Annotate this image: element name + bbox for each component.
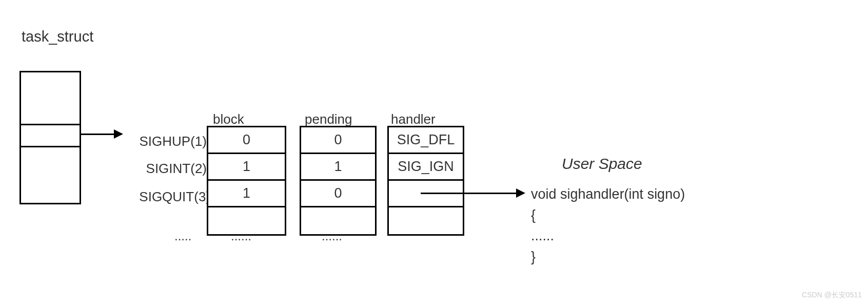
task-struct-cell-top [21, 72, 80, 125]
pending-header: pending [305, 111, 352, 127]
pending-ellipsis: ...... [322, 229, 342, 243]
pending-table: 0 1 0 [300, 126, 377, 236]
handler-arrow-head [516, 188, 525, 198]
task-struct-cell-bottom [21, 146, 80, 203]
userspace-code: void sighandler(int signo) { ...... } [531, 184, 685, 267]
task-struct-cell-mid [21, 125, 80, 146]
block-ellipsis: ...... [231, 229, 251, 243]
handler-cell-1: SIG_DFL [389, 127, 463, 154]
handler-arrow-line [421, 193, 517, 194]
code-line-2: { [531, 207, 536, 223]
pointer-arrow-line [81, 134, 115, 135]
handler-cell-4 [389, 207, 463, 234]
block-header: block [213, 111, 244, 127]
signal-label-sigint: SIGINT(2) [122, 161, 207, 177]
userspace-title: User Space [562, 155, 642, 173]
block-cell-2: 1 [208, 154, 285, 181]
watermark: CSDN @长安0511 [802, 291, 862, 300]
handler-cell-3 [389, 181, 463, 207]
diagram-title: task_struct [22, 28, 93, 45]
signal-label-sigquit: SIGQUIT(3) [122, 189, 210, 205]
pending-cell-3: 0 [301, 181, 375, 207]
handler-cell-2: SIG_IGN [389, 154, 463, 181]
handler-table: SIG_DFL SIG_IGN [387, 126, 464, 236]
block-table: 0 1 1 [207, 126, 286, 236]
code-line-3: ...... [531, 228, 554, 243]
signal-label-ellipsis: ..... [174, 229, 191, 243]
block-cell-3: 1 [208, 181, 285, 207]
pending-cell-2: 1 [301, 154, 375, 181]
handler-header: handler [391, 111, 436, 127]
task-struct-box [19, 71, 81, 204]
block-cell-1: 0 [208, 127, 285, 154]
code-line-1: void sighandler(int signo) [531, 186, 685, 202]
pending-cell-1: 0 [301, 127, 375, 154]
signal-label-sighup: SIGHUP(1) [122, 134, 207, 149]
code-line-4: } [531, 249, 536, 264]
